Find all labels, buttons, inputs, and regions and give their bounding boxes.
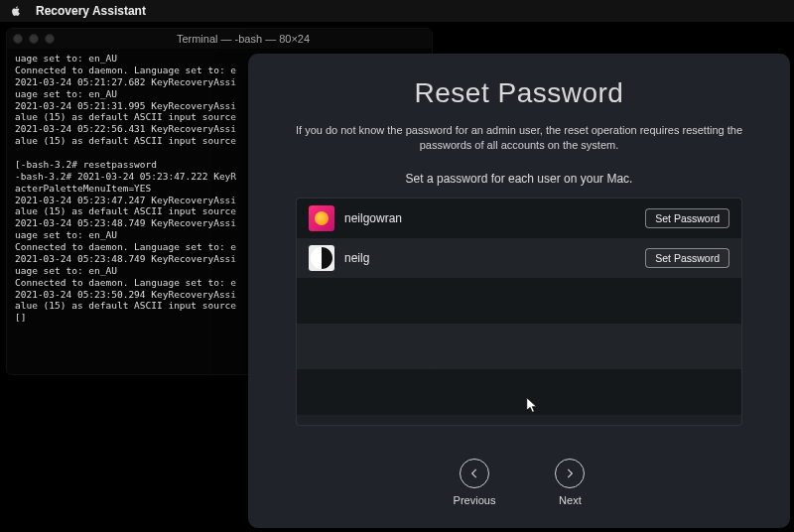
next-label: Next (559, 494, 582, 506)
user-list: neilgowran Set Password neilg Set Passwo… (296, 198, 742, 426)
username-label: neilg (344, 251, 635, 265)
previous-button[interactable]: Previous (454, 459, 496, 506)
panel-nav: Previous Next (276, 445, 762, 512)
close-icon[interactable] (13, 34, 23, 44)
avatar (309, 245, 334, 271)
app-name: Recovery Assistant (36, 4, 146, 18)
empty-row (297, 278, 741, 324)
arrow-left-icon (460, 459, 489, 488)
terminal-titlebar: Terminal — -bash — 80×24 (7, 29, 432, 49)
user-row[interactable]: neilgowran Set Password (297, 199, 741, 238)
window-controls[interactable] (13, 34, 55, 44)
menubar: Recovery Assistant (0, 0, 794, 22)
zoom-icon[interactable] (45, 34, 55, 44)
panel-subheading: Set a password for each user on your Mac… (276, 172, 762, 186)
apple-menu-icon[interactable] (10, 5, 22, 17)
reset-password-panel: Reset Password If you do not know the pa… (248, 54, 790, 528)
empty-row (297, 324, 741, 369)
set-password-button[interactable]: Set Password (645, 208, 729, 228)
next-button[interactable]: Next (555, 459, 585, 506)
previous-label: Previous (454, 494, 496, 506)
set-password-button[interactable]: Set Password (645, 248, 729, 268)
user-row[interactable]: neilg Set Password (297, 238, 741, 278)
panel-title: Reset Password (276, 77, 762, 109)
arrow-right-icon (555, 459, 585, 488)
minimize-icon[interactable] (29, 34, 39, 44)
empty-row (297, 369, 741, 415)
terminal-title: Terminal — -bash — 80×24 (61, 33, 426, 45)
panel-description: If you do not know the password for an a… (276, 123, 762, 154)
avatar (309, 205, 334, 231)
username-label: neilgowran (344, 211, 635, 225)
